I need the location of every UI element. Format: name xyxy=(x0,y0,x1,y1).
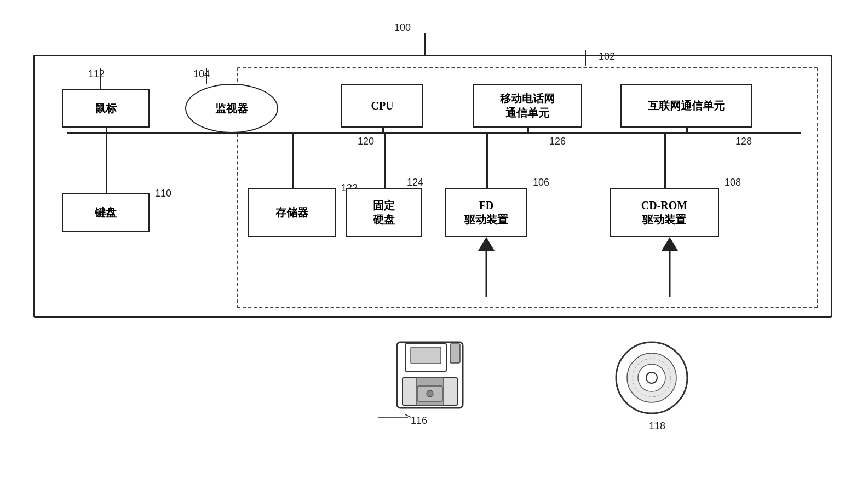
svg-point-15 xyxy=(646,372,657,383)
hdd-vline xyxy=(384,132,386,188)
hdd-box: 固定硬盘 xyxy=(346,188,422,237)
monitor-oval: 监视器 xyxy=(185,84,278,133)
ref-108: 108 xyxy=(725,177,741,188)
ref-100: 100 xyxy=(394,22,411,33)
cdrom-vline xyxy=(664,132,666,188)
fd-arrow-up xyxy=(473,237,500,297)
internet-vline xyxy=(686,128,688,133)
ref-112: 112 xyxy=(88,68,105,80)
ref-104: 104 xyxy=(193,68,210,80)
mobile-box: 移动电话网通信单元 xyxy=(473,84,582,128)
diagram-area: 100 102 鼠标 112 监视器 104 键盘 110 存储器 122 xyxy=(22,22,846,471)
svg-marker-1 xyxy=(478,237,495,251)
ref112-arrow-line xyxy=(100,68,101,89)
ref102-arrow xyxy=(585,50,586,66)
ref-126: 126 xyxy=(549,136,566,147)
cpu-box: CPU xyxy=(341,84,423,128)
svg-marker-3 xyxy=(662,237,678,251)
ref104-arrow-line xyxy=(206,68,207,84)
ref-106: 106 xyxy=(533,177,549,188)
svg-rect-6 xyxy=(411,347,441,364)
ref-124: 124 xyxy=(407,177,423,188)
ref-116: 116 xyxy=(411,415,427,427)
memory-vline xyxy=(292,132,294,188)
keyboard-vline xyxy=(106,132,107,193)
floppy-disk xyxy=(394,339,465,411)
bus-top xyxy=(67,132,801,134)
memory-box: 存储器 xyxy=(248,188,336,237)
fd-drive-box: FD驱动装置 xyxy=(445,188,527,237)
ref-118: 118 xyxy=(649,420,665,432)
mouse-box: 鼠标 xyxy=(62,89,150,128)
ref-102: 102 xyxy=(599,51,615,62)
outer-box: 102 鼠标 112 监视器 104 键盘 110 存储器 122 CPU 12… xyxy=(33,55,832,318)
keyboard-box: 键盘 xyxy=(62,193,150,232)
ref-128: 128 xyxy=(735,136,752,147)
mobile-vline xyxy=(527,128,529,133)
ref-120: 120 xyxy=(358,136,374,147)
fd-vline xyxy=(486,132,488,188)
svg-rect-11 xyxy=(450,344,460,363)
cdrom-arrow-up xyxy=(656,237,683,297)
cdrom-drive-box: CD-ROM驱动装置 xyxy=(610,188,719,237)
ref116-pointer xyxy=(378,412,411,423)
internet-box: 互联网通信单元 xyxy=(620,84,752,128)
cdrom-disc xyxy=(613,339,690,416)
svg-point-10 xyxy=(427,390,433,397)
ref-110: 110 xyxy=(155,188,171,199)
